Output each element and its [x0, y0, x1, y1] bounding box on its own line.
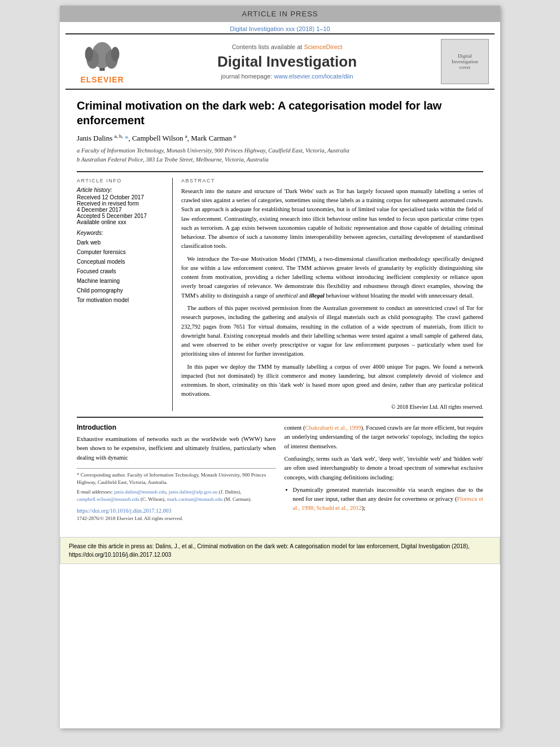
ref-florescu[interactable]: Florescu et al., 1998; Schadd et al., 20… [293, 496, 483, 511]
author-sup-c: a [234, 133, 236, 139]
article-info-label: ARTICLE INFO [77, 178, 167, 184]
keyword-3: Conceptual models [77, 257, 167, 267]
abstract-para-3: The authors of this paper received permi… [181, 304, 483, 359]
keyword-6: Child pornography [77, 286, 167, 295]
abstract-text: Research into the nature and structure o… [181, 187, 483, 411]
doi-link[interactable]: https://doi.org/10.1016/j.diin.2017.12.0… [77, 508, 172, 514]
article-history: Article history: Received 12 October 201… [77, 187, 167, 225]
journal-title: Digital Investigation [133, 53, 441, 71]
citation-bar: Please cite this article in press as: Da… [60, 537, 500, 564]
elsevier-tree-icon [80, 40, 125, 73]
article-body: Criminal motivation on the dark web: A c… [60, 90, 500, 531]
abstract-para-2: We introduce the Tor-use Motivation Mode… [181, 255, 483, 300]
intro-text-right: content (Chakrabarti et al., 1999). Focu… [285, 423, 484, 513]
article-info-column: ARTICLE INFO Article history: Received 1… [77, 178, 173, 411]
intro-para-right-1: content (Chakrabarti et al., 1999). Focu… [285, 423, 484, 451]
article-in-press-banner: ARTICLE IN PRESS [60, 6, 500, 22]
svg-point-4 [85, 46, 94, 61]
article-title: Criminal motivation on the dark web: A c… [77, 98, 483, 128]
author-sup-a: a, b, [114, 133, 123, 139]
journal-subtitle: Digital Investigation xxx (2018) 1–10 [60, 22, 500, 33]
contents-available-text: Contents lists available at ScienceDirec… [133, 43, 441, 50]
journal-cover-thumbnail: DigitalInvestigationcover [441, 39, 489, 84]
revised-label: Received in revised form [77, 200, 167, 207]
keyword-4: Focused crawls [77, 267, 167, 276]
keyword-7: Tor motivation model [77, 295, 167, 305]
intro-left-column: Introduction Exhaustive examinations of … [77, 423, 276, 523]
definitions-list: Dynamically generated materials inaccess… [293, 486, 484, 513]
keywords-group: Keywords: Dark web Computer forensics Co… [77, 230, 167, 305]
abstract-column: ABSTRACT Research into the nature and st… [181, 178, 483, 411]
homepage-url[interactable]: www.elsevier.com/locate/diin [274, 73, 353, 80]
abstract-label: ABSTRACT [181, 178, 483, 184]
affiliation-b: b Australian Federal Police, 383 La Trob… [77, 155, 483, 164]
journal-homepage: journal homepage: www.elsevier.com/locat… [133, 73, 441, 80]
history-label: Article history: [77, 187, 167, 193]
authors-line: Janis Dalins a, b, *, Campbell Wilson a,… [77, 133, 483, 143]
corresponding-footnote: * Corresponding author. Faculty of Infor… [77, 471, 276, 487]
science-direct-link[interactable]: ScienceDirect [304, 43, 342, 50]
citation-text: Please cite this article in press as: Da… [69, 543, 470, 558]
keywords-title: Keywords: [77, 230, 167, 236]
copyright-notice: © 2018 Elsevier Ltd. All rights reserved… [181, 403, 483, 412]
elsevier-logo-container: ELSEVIER [71, 40, 133, 84]
intro-right-column: content (Chakrabarti et al., 1999). Focu… [285, 423, 484, 523]
email-label: E-mail addresses: [77, 489, 113, 495]
email-4[interactable]: mark.carman@monash.edu [167, 496, 223, 502]
article-info-abstract: ARTICLE INFO Article history: Received 1… [77, 171, 483, 411]
keyword-2: Computer forensics [77, 247, 167, 257]
author-sup-b: a [185, 133, 187, 139]
corresponding-marker: * [125, 134, 129, 142]
affiliation-a: a Faculty of Information Technology, Mon… [77, 146, 483, 155]
doi-footnote: https://doi.org/10.1016/j.diin.2017.12.0… [77, 506, 276, 516]
ref-chakrabarti[interactable]: Chakrabarti et al., 1999 [305, 425, 361, 431]
intro-para-1: Exhaustive examinations of networks such… [77, 435, 276, 462]
bullet-item-1: Dynamically generated materials inaccess… [293, 486, 484, 513]
author-2: (C. Wilson), [141, 496, 165, 502]
page: ARTICLE IN PRESS Digital Investigation x… [60, 6, 500, 728]
introduction-section: Introduction Exhaustive examinations of … [77, 423, 483, 523]
abstract-para-1: Research into the nature and structure o… [181, 187, 483, 251]
keyword-1: Dark web [77, 238, 167, 247]
affiliations: a Faculty of Information Technology, Mon… [77, 146, 483, 164]
author-3: (M. Carman). [224, 496, 252, 502]
keyword-5: Machine learning [77, 276, 167, 286]
email-3[interactable]: campbell.wilson@monash.edu [77, 496, 139, 502]
revised-date: 4 December 2017 [77, 207, 167, 213]
intro-para-right-2: Confusingly, terms such as 'dark web', '… [285, 455, 484, 482]
journal-citation: Digital Investigation xxx (2018) 1–10 [230, 25, 330, 32]
elsevier-logo: ELSEVIER [80, 40, 125, 84]
author-1: (J. Dalins), [218, 489, 241, 495]
section-divider [77, 417, 483, 418]
introduction-heading: Introduction [77, 423, 276, 431]
article-in-press-text: ARTICLE IN PRESS [242, 10, 318, 18]
abstract-para-4: In this paper we deploy the TMM by manua… [181, 362, 483, 399]
journal-center-info: Contents lists available at ScienceDirec… [133, 43, 441, 80]
received-date: Received 12 October 2017 [77, 194, 167, 200]
keywords-list: Dark web Computer forensics Conceptual m… [77, 238, 167, 305]
available-online: Available online xxx [77, 219, 167, 225]
footnotes: * Corresponding author. Faculty of Infor… [77, 468, 276, 523]
email-1[interactable]: janis.dalins@monash.edu [114, 489, 166, 495]
journal-header: ELSEVIER Contents lists available at Sci… [65, 33, 495, 90]
issn-footnote: 1742-2876/© 2018 Elsevier Ltd. All right… [77, 515, 276, 523]
intro-text-left: Exhaustive examinations of networks such… [77, 435, 276, 462]
accepted-date: Accepted 5 December 2017 [77, 213, 167, 219]
email-footnote: E-mail addresses: janis.dalins@monash.ed… [77, 488, 276, 504]
elsevier-brand-text: ELSEVIER [80, 75, 124, 84]
svg-point-5 [111, 46, 120, 61]
email-2[interactable]: janis.dalins@afp.gov.au [169, 489, 217, 495]
